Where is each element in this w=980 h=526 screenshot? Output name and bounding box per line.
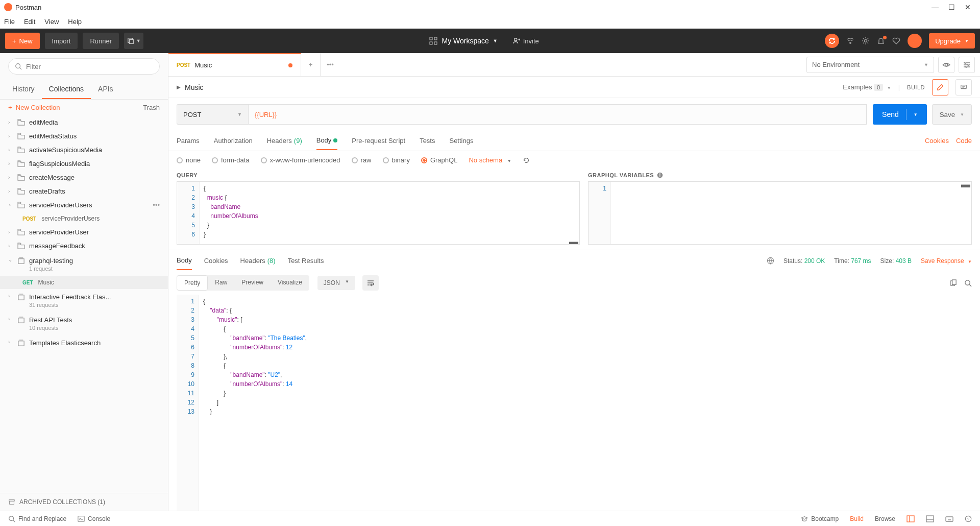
graphql-query-editor[interactable]: 123456 { music { bandName numberOfAlbums… bbox=[177, 181, 580, 245]
examples-dropdown[interactable]: Examples 0 ▼ bbox=[843, 83, 891, 91]
request-item[interactable]: GETMusic bbox=[0, 276, 168, 289]
tab-collections[interactable]: Collections bbox=[42, 80, 91, 99]
copy-response-button[interactable] bbox=[949, 279, 957, 287]
folder-menu-icon[interactable]: ••• bbox=[153, 201, 160, 209]
schema-selector[interactable]: No schema ▼ bbox=[469, 156, 511, 164]
comment-button[interactable] bbox=[955, 79, 972, 95]
subtab-prerequest[interactable]: Pre-request Script bbox=[352, 132, 405, 150]
filter-input-wrapper[interactable] bbox=[8, 58, 160, 75]
sidebar-list[interactable]: ›editMedia›editMediaStatus›activateSuspi… bbox=[0, 115, 168, 493]
filter-input[interactable] bbox=[26, 63, 153, 70]
folder-item[interactable]: ›editMedia bbox=[0, 115, 168, 129]
response-body[interactable]: 12345678910111213 { "data": { "music": [… bbox=[168, 295, 980, 511]
tab-options-button[interactable]: ••• bbox=[321, 53, 340, 76]
layout-two-pane-button[interactable] bbox=[906, 515, 915, 522]
layout-bottom-pane-button[interactable] bbox=[926, 515, 934, 522]
menu-edit[interactable]: Edit bbox=[24, 18, 35, 26]
import-button[interactable]: Import bbox=[45, 33, 78, 49]
window-minimize-icon[interactable]: — bbox=[927, 3, 943, 11]
tab-history[interactable]: History bbox=[5, 80, 42, 99]
environment-quicklook-button[interactable] bbox=[938, 57, 954, 73]
bodytype-urlencoded[interactable]: x-www-form-urlencoded bbox=[261, 156, 340, 164]
collection-item[interactable]: ⌄graphql-testing1 request bbox=[0, 253, 168, 276]
manage-environments-button[interactable] bbox=[959, 57, 975, 73]
build-label[interactable]: BUILD bbox=[907, 84, 925, 90]
subtab-tests[interactable]: Tests bbox=[420, 132, 435, 150]
find-replace-button[interactable]: Find and Replace bbox=[8, 515, 66, 522]
network-info-button[interactable] bbox=[767, 257, 774, 265]
url-input[interactable]: {{URL}} bbox=[248, 104, 867, 125]
menu-help[interactable]: Help bbox=[68, 18, 82, 26]
keyboard-shortcuts-button[interactable] bbox=[945, 515, 953, 522]
bodytype-binary[interactable]: binary bbox=[383, 156, 410, 164]
workspace-selector[interactable]: My Workspace ▼ bbox=[429, 37, 497, 45]
build-mode-button[interactable]: Build bbox=[850, 515, 864, 522]
resp-tab-cookies[interactable]: Cookies bbox=[204, 252, 228, 270]
subtab-headers[interactable]: Headers (9) bbox=[267, 132, 302, 150]
trash-button[interactable]: Trash bbox=[143, 104, 160, 111]
folder-item[interactable]: ›createMessage bbox=[0, 171, 168, 184]
settings-button[interactable] bbox=[862, 37, 870, 45]
capture-requests-button[interactable] bbox=[846, 37, 854, 45]
subtab-body[interactable]: Body bbox=[316, 131, 338, 150]
folder-item[interactable]: ›activateSuspiciousMedia bbox=[0, 143, 168, 157]
window-close-icon[interactable]: ✕ bbox=[960, 3, 976, 11]
view-pretty[interactable]: Pretty bbox=[177, 275, 208, 291]
favorite-button[interactable] bbox=[892, 37, 900, 45]
subtab-params[interactable]: Params bbox=[177, 132, 200, 150]
new-button[interactable]: + New bbox=[5, 33, 40, 49]
sync-button[interactable] bbox=[825, 34, 839, 48]
invite-button[interactable]: Invite bbox=[513, 37, 539, 45]
folder-item[interactable]: ›flagSuspiciousMedia bbox=[0, 157, 168, 171]
view-preview[interactable]: Preview bbox=[234, 275, 271, 291]
request-tab[interactable]: POST Music bbox=[168, 53, 301, 76]
console-button[interactable]: Console bbox=[78, 515, 110, 522]
graphql-variables-editor[interactable]: 1 ▬ bbox=[588, 181, 972, 245]
runner-button[interactable]: Runner bbox=[83, 33, 119, 49]
request-name[interactable]: Music bbox=[185, 83, 204, 91]
collection-item[interactable]: ›Rest API Tests10 requests bbox=[0, 312, 168, 335]
resp-tab-body[interactable]: Body bbox=[177, 251, 192, 270]
view-raw[interactable]: Raw bbox=[208, 275, 234, 291]
upgrade-button[interactable]: Upgrade ▼ bbox=[929, 33, 975, 49]
subtab-settings[interactable]: Settings bbox=[449, 132, 473, 150]
send-button[interactable]: Send ▼ bbox=[873, 104, 927, 125]
save-button[interactable]: Save ▼ bbox=[932, 104, 972, 125]
view-visualize[interactable]: Visualize bbox=[271, 275, 309, 291]
folder-item[interactable]: ⌄serviceProviderUsers••• bbox=[0, 198, 168, 212]
bodytype-none[interactable]: none bbox=[177, 156, 201, 164]
edit-button[interactable] bbox=[932, 79, 948, 95]
refresh-schema-button[interactable] bbox=[523, 157, 530, 164]
window-maximize-icon[interactable]: ☐ bbox=[943, 3, 960, 11]
collection-item[interactable]: ›Templates Elasticsearch bbox=[0, 335, 168, 351]
wrap-lines-button[interactable] bbox=[362, 275, 379, 291]
code-link[interactable]: Code bbox=[956, 137, 972, 145]
folder-item[interactable]: ›serviceProviderUser bbox=[0, 225, 168, 239]
user-avatar[interactable] bbox=[908, 34, 922, 48]
notifications-button[interactable] bbox=[877, 37, 885, 45]
menu-file[interactable]: File bbox=[4, 18, 15, 26]
bodytype-formdata[interactable]: form-data bbox=[212, 156, 250, 164]
bodytype-graphql[interactable]: GraphQL bbox=[421, 156, 457, 164]
tab-apis[interactable]: APIs bbox=[91, 80, 120, 99]
folder-item[interactable]: ›messageFeedback bbox=[0, 239, 168, 253]
environment-selector[interactable]: No Environment ▼ bbox=[806, 57, 934, 73]
new-collection-button[interactable]: + New Collection bbox=[8, 104, 60, 111]
resp-tab-headers[interactable]: Headers (8) bbox=[240, 252, 276, 270]
format-selector[interactable]: JSON ▼ bbox=[317, 276, 355, 290]
folder-item[interactable]: ›createDrafts bbox=[0, 184, 168, 198]
new-tab-button[interactable]: + bbox=[301, 53, 321, 76]
help-button[interactable]: ? bbox=[965, 515, 972, 522]
browse-mode-button[interactable]: Browse bbox=[875, 515, 895, 522]
open-new-window-button[interactable]: ▼ bbox=[124, 33, 143, 49]
request-item[interactable]: POSTserviceProviderUsers bbox=[0, 212, 168, 225]
menu-view[interactable]: View bbox=[44, 18, 59, 26]
subtab-authorization[interactable]: Authorization bbox=[214, 132, 253, 150]
save-response-button[interactable]: Save Response ▼ bbox=[921, 257, 972, 265]
bootcamp-button[interactable]: Bootcamp bbox=[801, 515, 839, 522]
bodytype-raw[interactable]: raw bbox=[352, 156, 372, 164]
method-selector[interactable]: POST ▼ bbox=[177, 104, 248, 125]
folder-item[interactable]: ›editMediaStatus bbox=[0, 129, 168, 143]
archived-collections[interactable]: ARCHIVED COLLECTIONS (1) bbox=[0, 493, 168, 511]
resp-tab-testresults[interactable]: Test Results bbox=[288, 252, 324, 270]
